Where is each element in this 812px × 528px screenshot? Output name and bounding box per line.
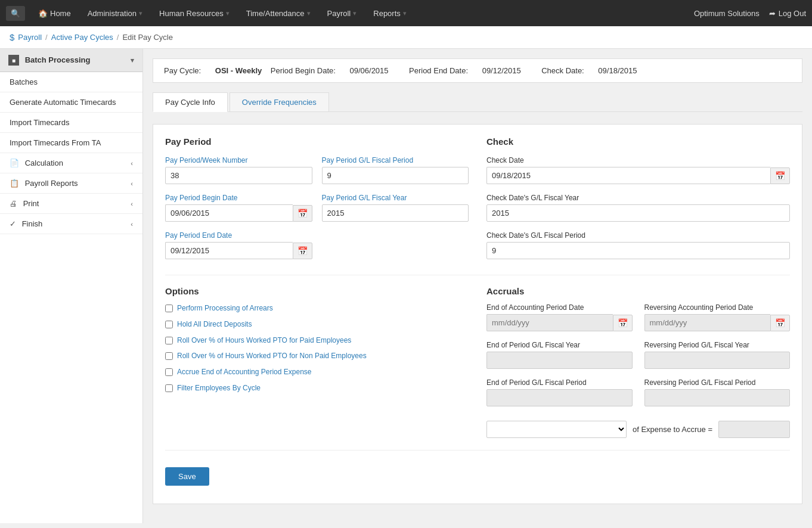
content-area: Pay Cycle: OSI - Weekly Period Begin Dat… — [143, 49, 812, 523]
nav-items: 🏠 Home Administration ▾ Human Resources … — [31, 6, 694, 21]
sidebar-payroll-reports[interactable]: 📋 Payroll Reports ‹ — [0, 173, 142, 194]
check-date-label: Check Date: — [541, 66, 584, 75]
nav-time-attendance[interactable]: Time/Attendance ▾ — [239, 6, 318, 21]
logout-button[interactable]: ➦ Log Out — [769, 9, 806, 18]
expense-value-input[interactable] — [718, 421, 790, 438]
option-pto-paid-label[interactable]: Roll Over % of Hours Worked PTO for Paid… — [177, 336, 351, 346]
sidebar-item-generate-timecards[interactable]: Generate Automatic Timecards — [0, 92, 142, 113]
gl-fiscal-period-input[interactable] — [322, 167, 469, 184]
check-date-input[interactable] — [486, 167, 770, 184]
sidebar-item-batches[interactable]: Batches — [0, 72, 142, 92]
end-gl-fiscal-year-input[interactable] — [486, 352, 633, 369]
accruals-grid: End of Accounting Period Date 📅 Reversin… — [486, 303, 790, 416]
expense-label: of Expense to Accrue = — [633, 425, 712, 434]
calculation-icon: 📄 — [10, 159, 19, 167]
nav-payroll[interactable]: Payroll ▾ — [320, 6, 364, 21]
end-gl-fiscal-period-input[interactable] — [486, 389, 633, 406]
begin-date-calendar-button[interactable]: 📅 — [293, 205, 312, 222]
print-icon: 🖨 — [10, 199, 17, 208]
option-filter-employees-checkbox[interactable] — [165, 384, 173, 392]
week-number-input[interactable] — [165, 167, 312, 184]
reversing-gl-fiscal-year-group: Reversing Period G/L Fiscal Year — [644, 341, 791, 369]
nav-reports[interactable]: Reports ▾ — [366, 6, 414, 21]
period-end-value: 09/12/2015 — [482, 66, 521, 75]
calendar-icon-5: 📅 — [775, 318, 785, 328]
sidebar-item-import-timecards[interactable]: Import Timecards — [0, 113, 142, 133]
option-arrears-checkbox[interactable] — [165, 305, 173, 312]
info-bar: Pay Cycle: OSI - Weekly Period Begin Dat… — [153, 58, 802, 83]
save-section: Save — [165, 459, 790, 492]
check-gl-fiscal-year-group: Check Date's G/L Fiscal Year — [486, 194, 790, 222]
option-direct-deposits-checkbox[interactable] — [165, 321, 173, 328]
sidebar-finish[interactable]: ✓ Finish ‹ — [0, 214, 142, 234]
check-date-form-label: Check Date — [486, 156, 790, 164]
calendar-icon: 📅 — [297, 209, 308, 218]
end-date-group: Pay Period End Date 📅 — [165, 231, 312, 259]
end-accounting-date-calendar-button[interactable]: 📅 — [613, 315, 633, 331]
option-accrue-expense: Accrue End of Accounting Period Expense — [165, 367, 469, 377]
week-number-label: Pay Period/Week Number — [165, 156, 312, 164]
option-arrears: Perform Processing of Arrears — [165, 303, 469, 313]
end-accounting-date-input[interactable] — [486, 314, 613, 331]
tab-override-frequencies[interactable]: Override Frequencies — [230, 92, 329, 111]
option-arrears-label[interactable]: Perform Processing of Arrears — [177, 303, 273, 313]
gl-fiscal-year-input[interactable] — [322, 204, 469, 222]
nav-human-resources[interactable]: Human Resources ▾ — [152, 6, 237, 21]
pay-period-title: Pay Period — [165, 136, 469, 147]
batch-processing-icon: ■ — [8, 55, 19, 66]
check-gl-fiscal-period-input[interactable] — [486, 242, 790, 259]
check-gl-fiscal-period-group: Check Date's G/L Fiscal Period — [486, 231, 790, 259]
reversing-gl-fiscal-period-input[interactable] — [644, 389, 791, 406]
tab-pay-cycle-info[interactable]: Pay Cycle Info — [153, 92, 228, 112]
check-date-calendar-button[interactable]: 📅 — [770, 167, 790, 184]
check-section: Check Check Date 📅 Check Date's G/L Fisc… — [486, 136, 790, 269]
company-name: Optimum Solutions — [694, 9, 760, 18]
end-date-input[interactable] — [165, 242, 293, 259]
option-filter-employees: Filter Employees By Cycle — [165, 383, 469, 393]
option-accrue-expense-checkbox[interactable] — [165, 368, 173, 376]
option-pto-nonpaid-label[interactable]: Roll Over % of Hours Worked PTO for Non … — [177, 351, 367, 361]
main-layout: ■ Batch Processing ▾ Batches Generate Au… — [0, 49, 812, 523]
end-accounting-date-label: End of Accounting Period Date — [486, 303, 633, 312]
reversing-gl-fiscal-period-group: Reversing Period G/L Fiscal Period — [644, 378, 791, 406]
week-number-group: Pay Period/Week Number — [165, 156, 312, 184]
tabs: Pay Cycle Info Override Frequencies — [153, 92, 802, 112]
form-container: Pay Period Pay Period/Week Number Pay Pe… — [153, 124, 802, 504]
gl-fiscal-year-group: Pay Period G/L Fiscal Year — [322, 194, 469, 222]
reversing-gl-fiscal-year-input[interactable] — [644, 352, 791, 369]
option-pto-nonpaid-checkbox[interactable] — [165, 352, 173, 360]
check-gl-fiscal-year-label: Check Date's G/L Fiscal Year — [486, 194, 790, 202]
option-accrue-expense-label[interactable]: Accrue End of Accounting Period Expense — [177, 367, 311, 377]
finish-icon: ✓ — [10, 219, 16, 228]
expense-dropdown[interactable] — [486, 421, 627, 438]
option-direct-deposits: Hold All Direct Deposits — [165, 319, 469, 330]
check-gl-fiscal-period-label: Check Date's G/L Fiscal Period — [486, 231, 790, 240]
option-direct-deposits-label[interactable]: Hold All Direct Deposits — [177, 319, 252, 330]
pay-cycle-label: Pay Cycle: — [164, 66, 201, 75]
breadcrumb-active-cycles[interactable]: Active Pay Cycles — [51, 33, 113, 42]
nav-administration[interactable]: Administration ▾ — [80, 6, 150, 21]
reversing-date-calendar-button[interactable]: 📅 — [770, 315, 790, 331]
calendar-icon-2: 📅 — [297, 246, 308, 256]
option-pto-nonpaid: Roll Over % of Hours Worked PTO for Non … — [165, 351, 469, 361]
sidebar-print[interactable]: 🖨 Print ‹ — [0, 194, 142, 214]
reversing-date-label: Reversing Accounting Period Date — [644, 303, 791, 312]
sidebar-item-import-timecards-ta[interactable]: Import Timecards From TA — [0, 133, 142, 153]
breadcrumb-payroll[interactable]: Payroll — [18, 33, 42, 42]
reversing-date-input[interactable] — [644, 314, 771, 331]
top-navigation: 🔍 🏠 Home Administration ▾ Human Resource… — [0, 0, 812, 26]
end-date-calendar-button[interactable]: 📅 — [293, 243, 312, 259]
calendar-icon-3: 📅 — [775, 171, 785, 181]
option-filter-employees-label[interactable]: Filter Employees By Cycle — [177, 383, 261, 393]
save-button[interactable]: Save — [165, 467, 209, 486]
option-pto-paid-checkbox[interactable] — [165, 337, 173, 344]
begin-date-input[interactable] — [165, 204, 293, 222]
nav-home[interactable]: 🏠 Home — [31, 6, 78, 21]
search-icon[interactable]: 🔍 — [6, 6, 25, 21]
sidebar-calculation[interactable]: 📄 Calculation ‹ — [0, 153, 142, 173]
options-title: Options — [165, 286, 469, 296]
end-date-label: Pay Period End Date — [165, 231, 312, 240]
sidebar-batch-processing-header[interactable]: ■ Batch Processing ▾ — [0, 49, 142, 72]
end-gl-fiscal-year-group: End of Period G/L Fiscal Year — [486, 341, 633, 369]
check-gl-fiscal-year-input[interactable] — [486, 204, 790, 222]
